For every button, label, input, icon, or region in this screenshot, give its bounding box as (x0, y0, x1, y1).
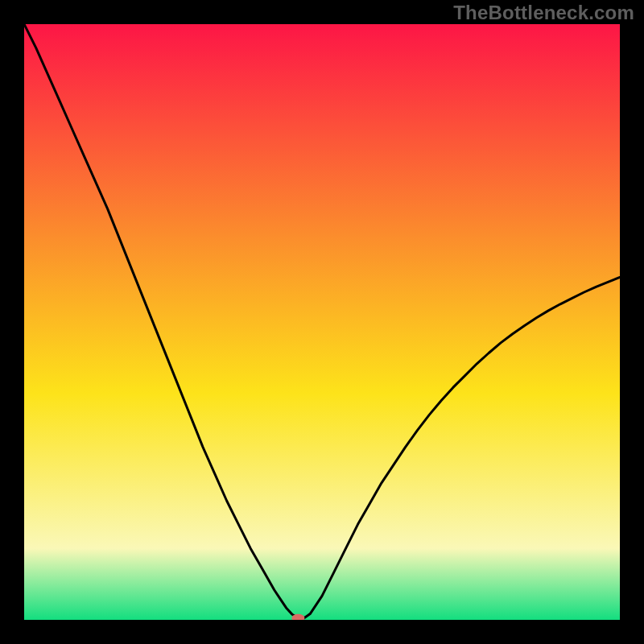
chart-plot-area (24, 24, 620, 620)
watermark-text: TheBottleneck.com (453, 2, 634, 24)
chart-svg (24, 24, 620, 620)
chart-frame: TheBottleneck.com (0, 0, 644, 644)
